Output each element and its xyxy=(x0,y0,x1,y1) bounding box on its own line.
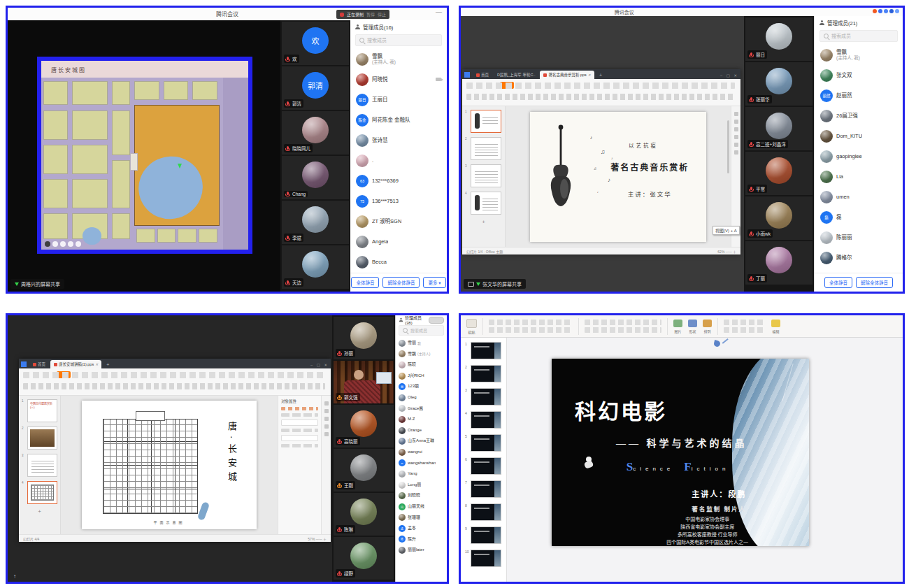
video-tile[interactable]: 郭文强 xyxy=(334,361,394,403)
slide-thumbnail[interactable] xyxy=(471,550,501,567)
search-input[interactable] xyxy=(410,329,440,333)
property-input[interactable] xyxy=(281,435,318,441)
slide-thumbnail[interactable] xyxy=(471,526,501,544)
side-tool-icon[interactable] xyxy=(324,417,329,421)
arrange-group[interactable]: 排列 xyxy=(703,320,712,334)
slide-thumbnail[interactable] xyxy=(471,192,501,215)
member-row[interactable]: 张珊珊 xyxy=(396,512,447,524)
tool-icon[interactable] xyxy=(60,241,66,247)
video-tile[interactable]: Chang xyxy=(282,156,349,199)
add-slide-button[interactable]: + xyxy=(465,219,502,225)
video-tile[interactable]: 郭清 郭清 xyxy=(282,66,349,110)
member-row[interactable]: 阿晓悦 xyxy=(350,69,447,89)
member-row[interactable]: 刘晓晓 xyxy=(396,490,447,501)
picture-group[interactable]: 图片 xyxy=(673,320,682,334)
slide-thumbnail[interactable] xyxy=(27,481,57,504)
font-controls-placeholder[interactable] xyxy=(489,320,573,325)
slide-thumbnail[interactable] xyxy=(471,434,501,452)
collapse-pill-button[interactable] xyxy=(429,317,444,324)
member-row[interactable]: 山 山丽天线 xyxy=(396,501,447,512)
slide-thumbnail[interactable] xyxy=(27,454,57,477)
property-row[interactable] xyxy=(281,413,318,417)
side-tool-icon[interactable] xyxy=(734,120,738,124)
side-tool-icon[interactable] xyxy=(734,143,738,147)
drawing-controls-placeholder[interactable] xyxy=(724,327,766,333)
slide-thumbnail[interactable] xyxy=(471,164,501,187)
close-tab-icon[interactable]: ✕ xyxy=(588,73,591,77)
video-tile[interactable]: 丁丽 xyxy=(745,241,813,285)
paste-group[interactable]: 粘贴 xyxy=(466,319,477,334)
video-tile[interactable]: 孙丽 xyxy=(334,317,394,359)
property-row[interactable] xyxy=(281,429,318,432)
ribbon-buttons-row[interactable] xyxy=(23,372,325,378)
slide-thumbnail[interactable] xyxy=(471,480,501,498)
slide-thumbnail[interactable] xyxy=(471,365,501,382)
video-tile[interactable]: 李斌 xyxy=(282,201,349,244)
slide-thumbnail[interactable]: 中国古代建筑赏析(三) xyxy=(27,399,57,422)
drawing-group[interactable] xyxy=(724,320,766,333)
wps-ribbon[interactable] xyxy=(462,79,740,106)
paragraph-controls-placeholder[interactable] xyxy=(585,327,661,333)
panel-footer-button[interactable]: 全体静音 xyxy=(824,277,852,288)
scrollbar[interactable] xyxy=(727,120,729,173)
video-tile[interactable]: 高二班+刘晶洋 xyxy=(745,107,813,150)
video-tile[interactable]: 高晓丽 xyxy=(334,405,394,447)
member-row[interactable]: 雪丽 我 xyxy=(396,338,447,349)
side-tool-column[interactable] xyxy=(321,396,331,534)
stop-recording-button[interactable]: 停止 xyxy=(378,11,386,17)
tool-icon[interactable] xyxy=(45,241,50,247)
member-row[interactable]: Oleg xyxy=(396,392,447,403)
ribbon-buttons-row[interactable] xyxy=(466,94,735,100)
member-row[interactable]: 26届卫强 xyxy=(815,106,903,126)
slide-thumbnail[interactable] xyxy=(471,137,501,160)
member-row[interactable]: 丽丽later xyxy=(396,545,447,556)
member-row[interactable]: 山东Anna王琳 xyxy=(396,436,447,447)
video-tile[interactable]: 张丽华 xyxy=(745,62,813,106)
member-row[interactable]: M.Z xyxy=(396,414,447,425)
slide-thumbnail[interactable] xyxy=(471,411,501,429)
wps-ribbon[interactable] xyxy=(19,368,331,396)
side-tool-icon[interactable] xyxy=(324,432,329,436)
member-row[interactable]: 陈金 阿花陈金 金融队 xyxy=(350,110,447,130)
member-row[interactable]: 腾格尔 xyxy=(815,248,903,268)
drawing-controls-placeholder[interactable] xyxy=(724,320,766,325)
search-box[interactable] xyxy=(355,34,442,46)
property-input[interactable] xyxy=(281,420,318,426)
member-row[interactable]: Angela xyxy=(350,231,447,252)
slide-thumbnail[interactable] xyxy=(471,503,501,521)
member-row[interactable]: 磊 磊 xyxy=(815,207,903,227)
panel-footer-button[interactable]: 全体静音 xyxy=(351,277,379,288)
panel-footer-button[interactable]: 更多 ▾ xyxy=(423,277,445,288)
member-row[interactable]: Long丽 xyxy=(396,480,447,491)
member-row[interactable]: ZT 淑明SGN xyxy=(350,211,447,231)
status-zoom[interactable]: 62% ─◦─ ＋ xyxy=(717,249,736,254)
member-row[interactable]: w wangshanshan xyxy=(396,458,447,469)
member-row[interactable]: 75 136***7513 xyxy=(350,191,447,211)
window-controls[interactable]: – ▢ ✕ xyxy=(310,363,329,368)
member-row[interactable]: Orange xyxy=(396,425,447,436)
video-tile[interactable]: 小雨wk xyxy=(745,196,813,240)
video-tile[interactable]: 天边 xyxy=(282,245,349,289)
member-row[interactable]: 张诗慧 xyxy=(350,130,447,150)
ribbon-buttons-row[interactable] xyxy=(466,83,735,89)
search-input[interactable] xyxy=(831,34,894,38)
slide-thumbnail[interactable] xyxy=(471,457,501,475)
member-row[interactable]: Dom_KITU xyxy=(815,126,903,146)
slide-thumbnail[interactable] xyxy=(471,388,501,406)
pause-recording-button[interactable]: 暂停 xyxy=(366,11,375,17)
document-tab[interactable]: 首页 ✕ xyxy=(29,360,49,368)
member-row[interactable]: 雪飘 (主持人) xyxy=(396,349,447,360)
font-group[interactable] xyxy=(489,320,573,333)
member-row[interactable]: Lia xyxy=(815,166,903,187)
search-box[interactable] xyxy=(399,325,444,336)
side-tool-icon[interactable] xyxy=(324,401,329,406)
video-tile[interactable]: 绿野 xyxy=(334,537,394,580)
property-row[interactable] xyxy=(281,407,318,410)
member-row[interactable]: . xyxy=(350,150,447,171)
member-row[interactable]: wangrui xyxy=(396,447,447,458)
document-tab[interactable]: 著名古典音乐赏析.pps ✕ xyxy=(540,71,594,79)
search-input[interactable] xyxy=(367,38,438,43)
member-row[interactable]: 陈晓 xyxy=(396,359,447,371)
ribbon-buttons-row[interactable] xyxy=(23,383,325,389)
shapes-group[interactable]: 形状 xyxy=(688,320,697,334)
